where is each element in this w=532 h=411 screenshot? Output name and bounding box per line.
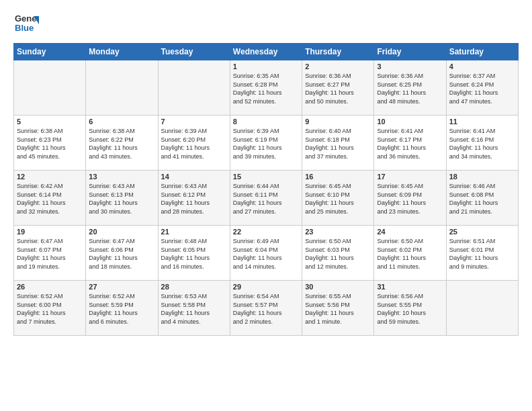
day-number: 30 [305, 283, 371, 291]
day-number: 21 [161, 228, 227, 236]
calendar-cell: 10Sunrise: 6:41 AM Sunset: 6:17 PM Dayli… [374, 116, 446, 171]
weekday-header: Monday [86, 44, 158, 60]
day-info: Sunrise: 6:36 AM Sunset: 6:25 PM Dayligh… [377, 72, 443, 105]
day-info: Sunrise: 6:48 AM Sunset: 6:05 PM Dayligh… [161, 237, 227, 271]
day-info: Sunrise: 6:41 AM Sunset: 6:17 PM Dayligh… [377, 127, 443, 161]
calendar-cell: 5Sunrise: 6:38 AM Sunset: 6:23 PM Daylig… [14, 116, 86, 171]
calendar-cell: 2Sunrise: 6:36 AM Sunset: 6:27 PM Daylig… [302, 60, 374, 116]
day-number: 8 [233, 118, 299, 126]
calendar-cell: 7Sunrise: 6:39 AM Sunset: 6:20 PM Daylig… [158, 116, 230, 171]
day-info: Sunrise: 6:55 AM Sunset: 5:56 PM Dayligh… [305, 292, 371, 326]
calendar-cell [14, 60, 86, 116]
day-number: 31 [377, 283, 443, 291]
calendar-cell: 3Sunrise: 6:36 AM Sunset: 6:25 PM Daylig… [374, 60, 446, 116]
calendar-cell: 9Sunrise: 6:40 AM Sunset: 6:18 PM Daylig… [302, 116, 374, 171]
day-number: 9 [305, 118, 371, 126]
calendar-week-row: 5Sunrise: 6:38 AM Sunset: 6:23 PM Daylig… [14, 116, 519, 171]
day-info: Sunrise: 6:43 AM Sunset: 6:12 PM Dayligh… [161, 182, 227, 216]
logo-icon: General Blue [13, 11, 39, 36]
day-info: Sunrise: 6:51 AM Sunset: 6:01 PM Dayligh… [449, 237, 515, 271]
calendar-cell: 22Sunrise: 6:49 AM Sunset: 6:04 PM Dayli… [230, 226, 302, 281]
day-number: 16 [305, 173, 371, 181]
calendar-cell: 23Sunrise: 6:50 AM Sunset: 6:03 PM Dayli… [302, 226, 374, 281]
day-info: Sunrise: 6:52 AM Sunset: 6:00 PM Dayligh… [17, 292, 83, 326]
calendar-cell: 21Sunrise: 6:48 AM Sunset: 6:05 PM Dayli… [158, 226, 230, 281]
calendar-cell: 11Sunrise: 6:41 AM Sunset: 6:16 PM Dayli… [446, 116, 518, 171]
day-info: Sunrise: 6:41 AM Sunset: 6:16 PM Dayligh… [449, 127, 515, 161]
day-number: 27 [89, 283, 154, 291]
day-info: Sunrise: 6:50 AM Sunset: 6:03 PM Dayligh… [305, 237, 371, 271]
calendar-cell: 12Sunrise: 6:42 AM Sunset: 6:14 PM Dayli… [14, 171, 86, 226]
day-info: Sunrise: 6:36 AM Sunset: 6:27 PM Dayligh… [305, 72, 371, 105]
day-number: 22 [233, 228, 299, 236]
calendar-cell: 20Sunrise: 6:47 AM Sunset: 6:06 PM Dayli… [86, 226, 158, 281]
weekday-header: Thursday [302, 44, 374, 60]
day-info: Sunrise: 6:40 AM Sunset: 6:18 PM Dayligh… [305, 127, 371, 161]
day-number: 10 [377, 118, 443, 126]
weekday-header: Saturday [446, 44, 518, 60]
calendar-cell: 18Sunrise: 6:46 AM Sunset: 6:08 PM Dayli… [446, 171, 518, 226]
calendar-cell: 29Sunrise: 6:54 AM Sunset: 5:57 PM Dayli… [230, 281, 302, 336]
svg-text:Blue: Blue [15, 23, 34, 33]
day-number: 29 [233, 283, 299, 291]
day-info: Sunrise: 6:39 AM Sunset: 6:19 PM Dayligh… [233, 127, 299, 161]
calendar-cell: 28Sunrise: 6:53 AM Sunset: 5:58 PM Dayli… [158, 281, 230, 336]
day-number: 14 [161, 173, 227, 181]
calendar-cell: 26Sunrise: 6:52 AM Sunset: 6:00 PM Dayli… [14, 281, 86, 336]
calendar-cell: 15Sunrise: 6:44 AM Sunset: 6:11 PM Dayli… [230, 171, 302, 226]
weekday-header: Wednesday [230, 44, 302, 60]
day-info: Sunrise: 6:43 AM Sunset: 6:13 PM Dayligh… [89, 182, 154, 216]
day-info: Sunrise: 6:50 AM Sunset: 6:02 PM Dayligh… [377, 237, 443, 271]
day-info: Sunrise: 6:53 AM Sunset: 5:58 PM Dayligh… [161, 292, 227, 326]
day-number: 28 [161, 283, 227, 291]
calendar-cell: 19Sunrise: 6:47 AM Sunset: 6:07 PM Dayli… [14, 226, 86, 281]
day-number: 11 [449, 118, 515, 126]
calendar-cell: 13Sunrise: 6:43 AM Sunset: 6:13 PM Dayli… [86, 171, 158, 226]
calendar-cell: 17Sunrise: 6:45 AM Sunset: 6:09 PM Dayli… [374, 171, 446, 226]
calendar-cell: 24Sunrise: 6:50 AM Sunset: 6:02 PM Dayli… [374, 226, 446, 281]
day-number: 4 [449, 62, 515, 71]
day-info: Sunrise: 6:35 AM Sunset: 6:28 PM Dayligh… [233, 72, 299, 105]
day-info: Sunrise: 6:38 AM Sunset: 6:23 PM Dayligh… [17, 127, 83, 161]
day-number: 26 [17, 283, 83, 291]
calendar-cell: 1Sunrise: 6:35 AM Sunset: 6:28 PM Daylig… [230, 60, 302, 116]
calendar-cell [86, 60, 158, 116]
page-header: General Blue [13, 11, 519, 36]
calendar-cell [446, 281, 518, 336]
day-info: Sunrise: 6:56 AM Sunset: 5:55 PM Dayligh… [377, 292, 443, 326]
calendar-week-row: 1Sunrise: 6:35 AM Sunset: 6:28 PM Daylig… [14, 60, 519, 116]
day-info: Sunrise: 6:49 AM Sunset: 6:04 PM Dayligh… [233, 237, 299, 271]
day-info: Sunrise: 6:45 AM Sunset: 6:09 PM Dayligh… [377, 182, 443, 216]
day-info: Sunrise: 6:47 AM Sunset: 6:06 PM Dayligh… [89, 237, 154, 271]
weekday-header: Sunday [14, 44, 86, 60]
day-number: 2 [305, 62, 371, 71]
day-number: 1 [233, 62, 299, 71]
day-info: Sunrise: 6:44 AM Sunset: 6:11 PM Dayligh… [233, 182, 299, 216]
day-info: Sunrise: 6:52 AM Sunset: 5:59 PM Dayligh… [89, 292, 154, 326]
calendar-cell: 14Sunrise: 6:43 AM Sunset: 6:12 PM Dayli… [158, 171, 230, 226]
day-number: 7 [161, 118, 227, 126]
day-info: Sunrise: 6:46 AM Sunset: 6:08 PM Dayligh… [449, 182, 515, 216]
day-number: 13 [89, 173, 154, 181]
calendar-week-row: 19Sunrise: 6:47 AM Sunset: 6:07 PM Dayli… [14, 226, 519, 281]
day-number: 25 [449, 228, 515, 236]
weekday-header-row: SundayMondayTuesdayWednesdayThursdayFrid… [14, 44, 519, 60]
day-number: 15 [233, 173, 299, 181]
day-info: Sunrise: 6:45 AM Sunset: 6:10 PM Dayligh… [305, 182, 371, 216]
day-number: 20 [89, 228, 154, 236]
calendar-cell: 16Sunrise: 6:45 AM Sunset: 6:10 PM Dayli… [302, 171, 374, 226]
day-info: Sunrise: 6:37 AM Sunset: 6:24 PM Dayligh… [449, 72, 515, 105]
day-number: 5 [17, 118, 83, 126]
logo-svg: General Blue [13, 11, 39, 36]
calendar-table: SundayMondayTuesdayWednesdayThursdayFrid… [13, 43, 519, 336]
day-number: 12 [17, 173, 83, 181]
weekday-header: Friday [374, 44, 446, 60]
calendar-cell: 4Sunrise: 6:37 AM Sunset: 6:24 PM Daylig… [446, 60, 518, 116]
weekday-header: Tuesday [158, 44, 230, 60]
calendar-cell: 30Sunrise: 6:55 AM Sunset: 5:56 PM Dayli… [302, 281, 374, 336]
calendar-cell [158, 60, 230, 116]
page-container: General Blue SundayMondayTuesdayWednesda… [0, 0, 532, 342]
calendar-week-row: 26Sunrise: 6:52 AM Sunset: 6:00 PM Dayli… [14, 281, 519, 336]
calendar-cell: 8Sunrise: 6:39 AM Sunset: 6:19 PM Daylig… [230, 116, 302, 171]
day-number: 24 [377, 228, 443, 236]
